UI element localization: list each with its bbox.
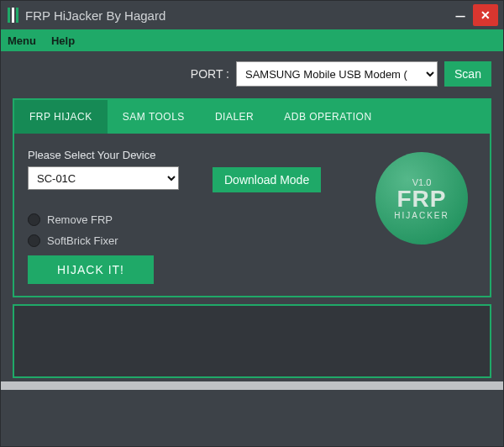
option-label: Remove FRP [47, 213, 113, 226]
log-output [13, 304, 491, 378]
window-controls: – ✕ [448, 1, 503, 29]
option-softbrick-fixer[interactable]: SoftBrick Fixer [28, 234, 196, 247]
content-frame: FRP HIJACK SAM TOOLS DIALER ADB OPERATIO… [13, 98, 491, 297]
logo-sub-text: HIJACKER [394, 211, 449, 220]
app-icon [8, 8, 18, 23]
option-remove-frp[interactable]: Remove FRP [28, 213, 196, 226]
device-label: Please Select Your Device [28, 149, 196, 161]
menu-menu[interactable]: Menu [8, 34, 36, 47]
port-label: PORT : [191, 67, 229, 81]
app-logo: V1.0 FRP HIJACKER [375, 152, 468, 245]
option-label: SoftBrick Fixer [47, 234, 118, 247]
radio-icon [28, 213, 40, 226]
option-group: Remove FRP SoftBrick Fixer [28, 213, 196, 247]
hijack-it-button[interactable]: HIJACK IT! [28, 255, 154, 284]
menu-help[interactable]: Help [51, 34, 75, 47]
window-title: FRP HiJacker By Hagard [25, 8, 165, 23]
tab-sam-tools[interactable]: SAM TOOLS [108, 100, 200, 134]
tab-frp-hijack[interactable]: FRP HIJACK [14, 100, 108, 134]
tab-bar: FRP HIJACK SAM TOOLS DIALER ADB OPERATIO… [14, 100, 490, 134]
logo-column: V1.0 FRP HIJACKER [367, 149, 476, 284]
app-window: FRP HiJacker By Hagard – ✕ Menu Help POR… [0, 0, 504, 447]
radio-icon [28, 234, 40, 247]
tab-body: Please Select Your Device SC-01C Remove … [14, 134, 490, 296]
device-column: Please Select Your Device SC-01C Remove … [28, 149, 196, 284]
tab-adb-operation[interactable]: ADB OPERATION [269, 100, 386, 134]
close-button[interactable]: ✕ [473, 4, 498, 26]
minimize-button[interactable]: – [448, 1, 473, 29]
titlebar: FRP HiJacker By Hagard – ✕ [1, 1, 503, 29]
logo-main-text: FRP [397, 186, 447, 213]
port-select[interactable]: SAMSUNG Mobile USB Modem ( [236, 61, 438, 87]
download-mode-button[interactable]: Download Mode [213, 167, 321, 192]
device-select[interactable]: SC-01C [28, 166, 179, 190]
center-column: Download Mode [213, 149, 350, 284]
menubar: Menu Help [1, 29, 503, 51]
port-row: PORT : SAMSUNG Mobile USB Modem ( Scan [13, 61, 491, 87]
scan-button[interactable]: Scan [444, 61, 491, 87]
main-area: PORT : SAMSUNG Mobile USB Modem ( Scan F… [1, 51, 503, 446]
footer-bar [1, 381, 503, 390]
tab-dialer[interactable]: DIALER [200, 100, 269, 134]
